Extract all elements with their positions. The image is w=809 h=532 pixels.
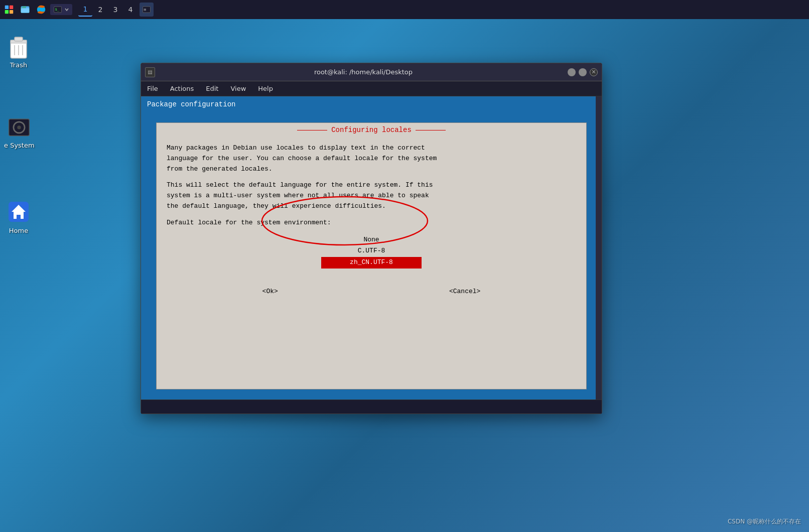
dialog-buttons: <Ok> <Cancel> [157,279,586,304]
dialog-body: Many packages in Debian use locales to d… [157,137,586,279]
filesys-icon-img [7,114,31,139]
tab-1[interactable]: 1 [78,3,92,17]
locale-zhcn[interactable]: zh_CN.UTF-8 [321,257,422,269]
watermark: CSDN @昵称什么的不存在 [728,517,801,526]
tab-2[interactable]: 2 [93,3,107,17]
window-controls: ✕ [568,68,598,76]
taskbar-icon-firefox[interactable] [34,3,48,17]
menu-help[interactable]: Help [256,84,275,93]
menu-actions[interactable]: Actions [168,84,196,93]
tab-4[interactable]: 4 [123,3,138,17]
cancel-button[interactable]: <Cancel> [445,287,484,296]
dialog-title-line-right [416,130,446,130]
svg-rect-5 [21,8,30,13]
trash-icon-img [7,34,31,58]
dialog-title-bar: Configuring locales [157,123,586,137]
taskbar: $_ 1 2 3 4 ▤ [0,0,809,19]
taskbar-icon-app1[interactable] [2,3,16,17]
svg-rect-3 [10,10,13,14]
dialog-text-1: Many packages in Debian use locales to d… [167,143,576,174]
taskbar-terminal-dropdown[interactable]: $_ [50,4,72,15]
home-label: Home [9,227,28,234]
dialog-title-line-left [297,130,327,130]
ok-button[interactable]: <Ok> [258,287,282,296]
home-icon-img [7,200,31,224]
filesys-label: e System [4,142,35,149]
svg-rect-2 [5,10,9,14]
close-button[interactable]: ✕ [590,68,598,76]
taskbar-icon-files[interactable] [18,3,32,17]
maximize-button[interactable] [579,68,587,76]
svg-rect-0 [5,6,9,9]
minimize-button[interactable] [568,68,576,76]
filesys-icon[interactable]: e System [0,110,39,153]
dialog-title-text: Configuring locales [331,126,412,134]
svg-rect-1 [10,6,13,9]
trash-label: Trash [10,61,27,69]
taskbar-tabs: 1 2 3 4 [78,3,138,17]
home-icon[interactable]: Home [3,196,35,238]
dialog-box: Configuring locales Many packages in Deb… [156,122,587,389]
pkg-config-header: Package configuration [141,96,602,112]
terminal-title: root@kali: /home/kali/Desktop [159,68,568,76]
menu-edit[interactable]: Edit [204,84,220,93]
svg-rect-13 [15,37,23,41]
svg-text:$_: $_ [55,8,60,12]
trash-icon[interactable]: Trash [3,30,35,73]
locale-list: None C.UTF-8 zh_CN.UTF-8 [321,234,422,269]
terminal-title-icon: ▤ [145,67,155,77]
locale-cutf8[interactable]: C.UTF-8 [321,245,422,257]
tab-3[interactable]: 3 [108,3,122,17]
terminal-titlebar: ▤ root@kali: /home/kali/Desktop ✕ [141,63,602,81]
terminal-menubar: File Actions Edit View Help [141,81,602,96]
svg-point-19 [18,125,21,129]
terminal-scrollbar[interactable] [596,96,602,400]
locale-none[interactable]: None [321,234,422,246]
dialog-text-2: This will select the default language fo… [167,180,576,211]
terminal-window: ▤ root@kali: /home/kali/Desktop ✕ File A… [141,63,602,414]
dialog-text-3: Default locale for the system environmen… [167,218,576,228]
menu-file[interactable]: File [145,84,160,93]
taskbar-terminal-icon[interactable]: ▤ [140,3,154,17]
menu-view[interactable]: View [228,84,248,93]
terminal-content: Package configuration Configuring locale… [141,96,602,400]
terminal-bottom-bar [141,400,602,414]
